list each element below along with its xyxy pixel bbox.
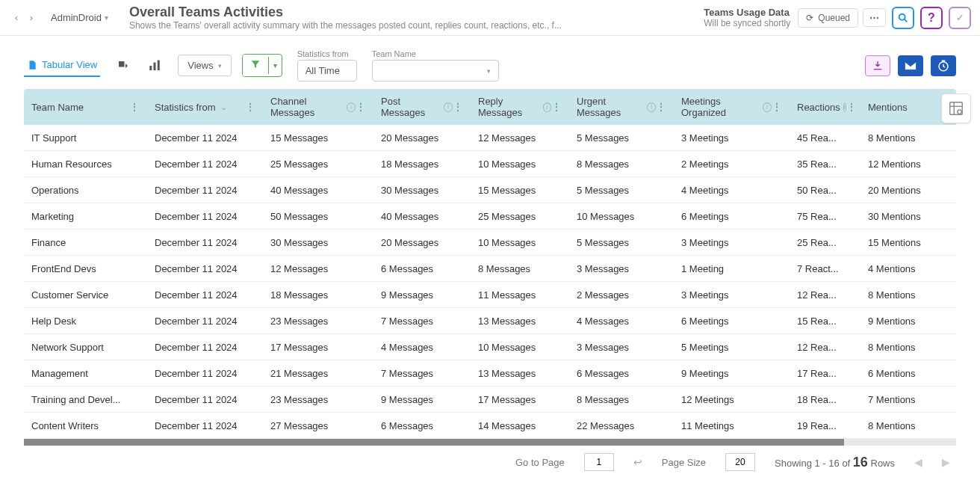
svg-point-0	[899, 13, 905, 19]
sync-title: Teams Usage Data	[704, 7, 790, 18]
scrollbar-thumb[interactable]	[24, 439, 844, 446]
info-icon[interactable]: i	[543, 102, 551, 112]
check-circle-icon: ✓	[956, 12, 964, 23]
col-stats-from[interactable]: Statistics from	[155, 102, 216, 113]
svg-point-9	[958, 110, 962, 114]
table-row[interactable]: IT SupportDecember 11 202415 Messages20 …	[24, 125, 956, 151]
table-cell: 10 Messages	[569, 211, 674, 222]
table-row[interactable]: Training and Devel...December 11 202423 …	[24, 387, 956, 413]
table-cell: 50 Rea...	[790, 185, 860, 196]
table-cell: 8 Mentions	[860, 420, 950, 431]
table-cell: 7 Mentions	[860, 394, 950, 405]
chart-icon-button[interactable]	[146, 58, 163, 74]
col-team-name[interactable]: Team Name	[31, 102, 84, 113]
table-header: Team Name⋮ Statistics from⌄⋮ Channel Mes…	[24, 89, 956, 125]
table-row[interactable]: Network SupportDecember 11 202417 Messag…	[24, 334, 956, 360]
col-menu-icon[interactable]: ⋮	[356, 101, 366, 113]
table-settings-button[interactable]	[941, 93, 971, 123]
team-name-dropdown[interactable]: ▾	[372, 60, 499, 81]
sync-status-button[interactable]: ✓	[949, 7, 971, 29]
team-name-label: Team Name	[372, 49, 499, 58]
horizontal-scrollbar[interactable]	[24, 439, 956, 446]
filter-button[interactable]	[243, 55, 268, 76]
help-button[interactable]: ?	[920, 7, 943, 29]
col-menu-icon[interactable]: ⋮	[772, 101, 782, 113]
col-menu-icon[interactable]: ⋮	[129, 101, 140, 113]
views-dropdown[interactable]: Views ▾	[178, 55, 231, 76]
export-icon-button[interactable]	[115, 58, 131, 74]
col-menu-icon[interactable]: ⋮	[245, 101, 255, 113]
schedule-button[interactable]	[931, 55, 956, 76]
col-menu-icon[interactable]: ⋮	[551, 101, 562, 113]
table-cell: 5 Messages	[569, 237, 674, 248]
filter-dropdown-button[interactable]: ▾	[268, 57, 282, 74]
email-button[interactable]	[898, 55, 923, 76]
table-cell: 23 Messages	[263, 394, 373, 405]
table-cell: December 11 2024	[147, 263, 263, 274]
table-row[interactable]: OperationsDecember 11 202440 Messages30 …	[24, 177, 956, 203]
table-cell: 4 Messages	[373, 342, 471, 353]
table-row[interactable]: Content WritersDecember 11 202427 Messag…	[24, 413, 956, 439]
table-row[interactable]: Help DeskDecember 11 202423 Messages7 Me…	[24, 308, 956, 334]
table-cell: December 11 2024	[147, 132, 263, 144]
col-reactions[interactable]: Reactions	[797, 102, 840, 113]
table-row[interactable]: Human ResourcesDecember 11 202425 Messag…	[24, 151, 956, 177]
prev-page-button[interactable]: ◀	[914, 456, 922, 468]
table-cell: 18 Messages	[373, 159, 471, 170]
nav-back-button[interactable]: ‹	[9, 10, 24, 25]
table-cell: 10 Messages	[471, 342, 569, 353]
table-cell: 2 Meetings	[674, 159, 790, 170]
info-icon[interactable]: i	[647, 102, 656, 112]
info-icon[interactable]: i	[444, 102, 453, 112]
table-row[interactable]: FinanceDecember 11 202430 Messages20 Mes…	[24, 230, 956, 256]
download-button[interactable]	[865, 55, 890, 76]
enter-icon[interactable]: ↩	[633, 456, 642, 468]
col-meetings-organized[interactable]: Meetings Organized	[681, 96, 760, 118]
page-title: Overall Teams Activities	[129, 4, 704, 20]
table-row[interactable]: MarketingDecember 11 202450 Messages40 M…	[24, 203, 956, 230]
sync-subtitle: Will be synced shortly	[704, 18, 790, 28]
table-cell: Content Writers	[24, 420, 147, 431]
col-menu-icon[interactable]: ⋮	[846, 101, 857, 113]
table-cell: 6 Meetings	[674, 316, 790, 327]
table-cell: Customer Service	[24, 289, 147, 301]
table-cell: 13 Messages	[471, 368, 569, 379]
page-size-input[interactable]	[725, 453, 755, 471]
table-cell: 3 Meetings	[674, 237, 790, 248]
col-mentions[interactable]: Mentions	[868, 102, 908, 113]
table-cell: 8 Messages	[569, 394, 674, 405]
table-cell: December 11 2024	[147, 237, 263, 248]
col-reply-messages[interactable]: Reply Messages	[478, 96, 540, 118]
tabular-view-tab[interactable]: Tabular View	[24, 55, 100, 77]
svg-rect-2	[149, 66, 152, 70]
col-menu-icon[interactable]: ⋮	[656, 101, 666, 113]
table-cell: 18 Messages	[263, 289, 373, 301]
table-cell: 20 Mentions	[860, 185, 950, 196]
table-row[interactable]: FrontEnd DevsDecember 11 202412 Messages…	[24, 256, 956, 282]
stats-from-dropdown[interactable]: All Time	[297, 60, 357, 81]
more-actions-button[interactable]: ⋯	[863, 8, 886, 27]
table-cell: 5 Meetings	[674, 342, 790, 353]
table-cell: 8 Messages	[471, 263, 569, 274]
col-menu-icon[interactable]: ⋮	[453, 101, 463, 113]
col-channel-messages[interactable]: Channel Messages	[270, 96, 344, 118]
table-cell: 21 Messages	[263, 368, 373, 379]
next-page-button[interactable]: ▶	[942, 456, 950, 468]
tenant-dropdown[interactable]: AdminDroid ▾	[43, 9, 116, 26]
table-cell: 10 Messages	[471, 159, 569, 170]
search-button[interactable]	[892, 7, 914, 29]
info-icon[interactable]: i	[347, 102, 356, 112]
svg-rect-4	[158, 60, 160, 70]
table-cell: 12 Rea...	[790, 342, 860, 353]
page-number-input[interactable]	[584, 453, 614, 471]
table-row[interactable]: Customer ServiceDecember 11 202418 Messa…	[24, 282, 956, 308]
col-urgent-messages[interactable]: Urgent Messages	[577, 96, 644, 118]
table-row[interactable]: ManagementDecember 11 202421 Messages7 M…	[24, 360, 956, 387]
queued-button[interactable]: ⟳ Queued	[798, 8, 858, 28]
table-cell: 12 Mentions	[860, 159, 950, 170]
info-icon[interactable]: i	[763, 102, 772, 112]
nav-forward-button[interactable]: ›	[24, 10, 39, 25]
table-cell: 12 Messages	[471, 132, 569, 144]
table-cell: 6 Messages	[373, 420, 471, 431]
col-post-messages[interactable]: Post Messages	[381, 96, 441, 118]
